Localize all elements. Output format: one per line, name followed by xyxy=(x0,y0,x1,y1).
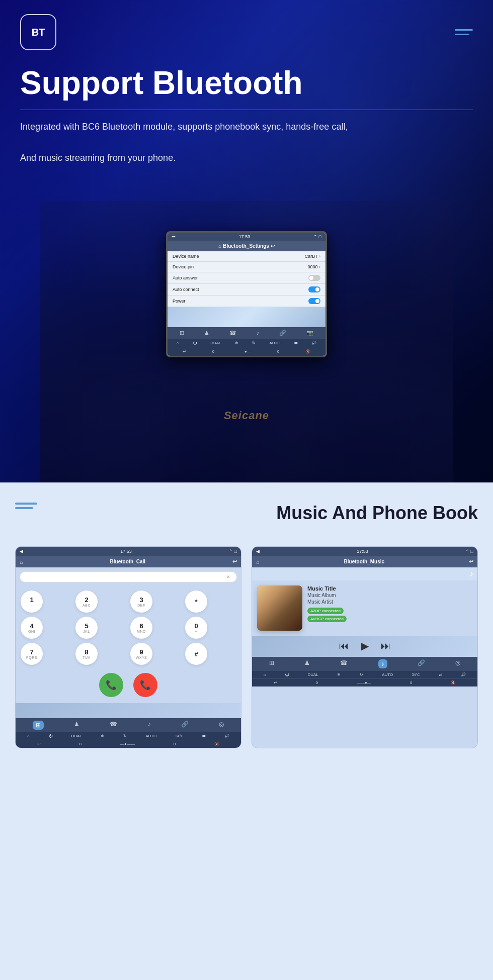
mc-slider: ——●— xyxy=(357,680,371,685)
hu-nav-grid-icon[interactable]: ⊞ xyxy=(180,330,184,336)
call-search-bar[interactable]: ✕ xyxy=(20,571,237,582)
hu-auto-connect-row[interactable]: Auto connect xyxy=(168,284,325,296)
call-nav-phone-icon[interactable]: ☎ xyxy=(110,721,117,730)
dial-btn-8[interactable]: 8 TUV xyxy=(75,643,98,665)
call-status-arrow-left: ◀ xyxy=(20,549,23,554)
music-note-icon: ♪ xyxy=(469,569,473,578)
call-back-icon[interactable]: ↩ xyxy=(232,558,237,565)
dial-btn-7[interactable]: 7 PQRS xyxy=(21,643,43,665)
cc-home[interactable]: ⌂ xyxy=(27,734,30,738)
hu-status-icons: ⌃ □ xyxy=(313,234,321,239)
hu-ctrl-home[interactable]: ⌂ xyxy=(177,341,179,345)
hu-power-label: Power xyxy=(173,299,186,304)
music-nav-grid-icon[interactable]: ⊞ xyxy=(269,659,274,668)
hu-nav-camera-icon[interactable]: 📷 xyxy=(306,330,313,336)
dial-key-hash: # xyxy=(194,650,198,658)
hamburger-menu-icon[interactable] xyxy=(455,29,473,35)
mc-vol[interactable]: 🔊 xyxy=(461,672,466,677)
hu-device-pin-label: Device pin xyxy=(173,264,194,269)
dial-btn-star[interactable]: * xyxy=(185,591,207,613)
music-screen-card: ◀ 17:53 ⌃ □ ⌂ Bluetooth_Music ↩ ♪ Music … xyxy=(252,546,478,748)
hu-ctrl-mute[interactable]: 🔇 xyxy=(305,349,310,354)
music-nav-user-icon[interactable]: ♟ xyxy=(304,659,310,668)
hamburger-line-1 xyxy=(455,29,473,31)
hu-auto-answer-label: Auto answer xyxy=(173,275,198,280)
cc-arrows[interactable]: ⇌ xyxy=(202,734,206,738)
dial-btn-5[interactable]: 5 JKL xyxy=(75,617,98,639)
mc-back[interactable]: ↩ xyxy=(274,680,277,685)
cc-circ[interactable]: ↻ xyxy=(123,734,127,738)
cc-back[interactable]: ↩ xyxy=(37,742,41,746)
dial-btn-1[interactable]: 1 – xyxy=(21,591,43,613)
cc-fan[interactable]: ❄ xyxy=(101,734,104,738)
hu-auto-answer-toggle[interactable] xyxy=(308,275,320,281)
hu-device-name-row[interactable]: Device name CarBT › xyxy=(168,251,325,262)
music-nav-link-icon[interactable]: 🔗 xyxy=(418,659,425,668)
music-nav-phone-icon[interactable]: ☎ xyxy=(340,659,348,668)
call-search-clear[interactable]: ✕ xyxy=(226,574,230,579)
hu-nav-phone-icon[interactable]: ☎ xyxy=(229,330,236,336)
hu-device-pin-row[interactable]: Device pin 0000 › xyxy=(168,262,325,272)
music-nav-music-icon[interactable]: ♪ xyxy=(378,659,387,668)
dial-sub-1: – xyxy=(31,604,33,607)
dial-btn-hash[interactable]: # xyxy=(185,643,207,665)
mc-fan[interactable]: ❄ xyxy=(337,672,341,677)
cc-mute[interactable]: 🔇 xyxy=(214,742,219,746)
hu-auto-connect-toggle[interactable] xyxy=(308,286,320,292)
music-play-btn[interactable]: ▶ xyxy=(361,640,369,652)
mc-home[interactable]: ⌂ xyxy=(264,672,266,677)
mc-circ[interactable]: ↻ xyxy=(360,672,363,677)
dial-sub-3: DEF xyxy=(137,604,145,607)
music-back-icon[interactable]: ↩ xyxy=(469,558,473,565)
hu-nav-music-icon[interactable]: ♪ xyxy=(257,330,260,336)
section-hamburger-icon[interactable] xyxy=(15,503,37,509)
dial-btn-2[interactable]: 2 ABC xyxy=(75,591,98,613)
hu-nav-link-icon[interactable]: 🔗 xyxy=(279,330,286,336)
hu-auto-connect-label: Auto connect xyxy=(173,287,199,292)
hu-auto-answer-row[interactable]: Auto answer xyxy=(168,272,325,284)
call-dial-button[interactable]: 📞 xyxy=(99,673,123,697)
call-home-icon[interactable]: ⌂ xyxy=(20,559,23,565)
hu-power-toggle[interactable] xyxy=(308,298,320,304)
hu-device-pin-value: 0000 › xyxy=(307,264,320,269)
music-next-btn[interactable]: ⏭ xyxy=(381,640,391,652)
cc-power[interactable]: ⏻ xyxy=(48,734,52,738)
hu-title-bar: ⌂ Bluetooth_Settings ↩ xyxy=(168,241,325,251)
music-prev-btn[interactable]: ⏮ xyxy=(339,640,349,652)
dial-btn-0[interactable]: 0 + xyxy=(185,617,207,639)
music-nav-cam-icon[interactable]: ◎ xyxy=(455,659,460,668)
music-bottom-nav: ⊞ ♟ ☎ ♪ 🔗 ◎ xyxy=(252,657,477,671)
hu-ctrl-back2[interactable]: ↩ xyxy=(183,349,186,354)
dial-key-7: 7 xyxy=(30,648,33,656)
mc-power[interactable]: ⏻ xyxy=(285,672,289,677)
hu-ctrl-mode[interactable]: ↻ xyxy=(252,341,256,345)
hu-time: 17:53 xyxy=(239,234,251,239)
mc-mute[interactable]: 🔇 xyxy=(451,680,456,685)
hu-ctrl-0: 0 xyxy=(212,349,214,354)
call-nav-link-icon[interactable]: 🔗 xyxy=(181,721,189,730)
hu-ctrl-power[interactable]: ⏻ xyxy=(193,341,197,345)
cc-temp-lbl: 34°C xyxy=(176,734,184,738)
call-nav-user-icon[interactable]: ♟ xyxy=(74,721,79,730)
call-end-button[interactable]: 📞 xyxy=(133,673,157,697)
hu-ctrl-vol[interactable]: 🔊 xyxy=(311,341,316,345)
album-figure xyxy=(257,585,302,631)
head-unit-screen: ☰ 17:53 ⌃ □ ⌂ Bluetooth_Settings ↩ Devic… xyxy=(166,231,327,357)
call-title-bar: ⌂ Bluetooth_Call ↩ xyxy=(16,556,241,567)
dial-sub-0: + xyxy=(195,630,198,633)
dial-btn-3[interactable]: 3 DEF xyxy=(130,591,152,613)
mc-arrows[interactable]: ⇌ xyxy=(439,672,442,677)
call-nav-cam-icon[interactable]: ◎ xyxy=(219,721,224,730)
call-nav-music-icon[interactable]: ♪ xyxy=(148,721,151,730)
hu-ctrl-arrows[interactable]: ⇌ xyxy=(294,341,298,345)
hu-ctrl-fan[interactable]: ❄ xyxy=(235,341,238,345)
mc-zero2: 0 xyxy=(410,680,412,685)
dial-btn-6[interactable]: 6 MNO xyxy=(130,617,152,639)
hu-nav-user-icon[interactable]: ♟ xyxy=(204,330,209,336)
call-nav-grid-icon[interactable]: ⊞ xyxy=(33,721,44,730)
music-home-icon[interactable]: ⌂ xyxy=(256,559,260,565)
cc-vol[interactable]: 🔊 xyxy=(224,734,229,738)
hu-power-row[interactable]: Power xyxy=(168,296,325,307)
dial-btn-4[interactable]: 4 GHI xyxy=(21,617,43,639)
dial-btn-9[interactable]: 9 WXYZ xyxy=(130,643,152,665)
